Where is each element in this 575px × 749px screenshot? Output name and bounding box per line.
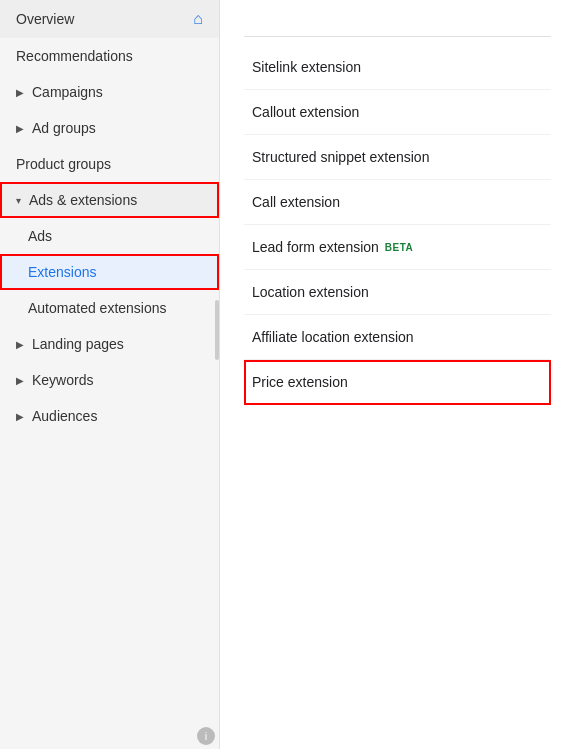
sidebar-item-extensions[interactable]: Extensions (0, 254, 219, 290)
extension-label: Lead form extension (252, 239, 379, 255)
sidebar-item-label: Ads (28, 228, 52, 244)
sidebar-item-recommendations[interactable]: Recommendations (0, 38, 219, 74)
sidebar-item-ad-groups[interactable]: ▶Ad groups (0, 110, 219, 146)
scroll-indicator (215, 300, 219, 360)
chevron-icon: ▶ (16, 375, 24, 386)
sidebar-item-automated-extensions[interactable]: Automated extensions (0, 290, 219, 326)
extension-label: Structured snippet extension (252, 149, 429, 165)
chevron-icon: ▾ (16, 195, 21, 206)
extension-item-structured-snippet[interactable]: Structured snippet extension (244, 135, 551, 180)
extension-item-lead-form[interactable]: Lead form extensionBETA (244, 225, 551, 270)
chevron-icon: ▶ (16, 123, 24, 134)
extension-label: Call extension (252, 194, 340, 210)
sidebar-item-label: Ads & extensions (29, 192, 203, 208)
sidebar-item-overview[interactable]: Overview⌂ (0, 0, 219, 38)
sidebar-item-campaigns[interactable]: ▶Campaigns (0, 74, 219, 110)
beta-badge: BETA (385, 242, 413, 253)
extension-item-callout[interactable]: Callout extension (244, 90, 551, 135)
sidebar-item-label: Campaigns (32, 84, 203, 100)
sidebar-item-ads[interactable]: Ads (0, 218, 219, 254)
divider (244, 36, 551, 37)
sidebar-item-label: Landing pages (32, 336, 203, 352)
extension-item-call[interactable]: Call extension (244, 180, 551, 225)
home-icon: ⌂ (193, 10, 203, 28)
sidebar-item-label: Recommendations (16, 48, 203, 64)
extension-label: Price extension (252, 374, 348, 390)
chevron-icon: ▶ (16, 411, 24, 422)
info-icon[interactable]: i (197, 727, 215, 745)
extension-label: Callout extension (252, 104, 359, 120)
sidebar-item-label: Ad groups (32, 120, 203, 136)
sidebar: Overview⌂Recommendations▶Campaigns▶Ad gr… (0, 0, 220, 749)
sidebar-item-label: Product groups (16, 156, 203, 172)
extension-item-affiliate-location[interactable]: Affiliate location extension (244, 315, 551, 360)
sidebar-item-product-groups[interactable]: Product groups (0, 146, 219, 182)
sidebar-item-label: Overview (16, 11, 193, 27)
sidebar-item-ads-extensions[interactable]: ▾Ads & extensions (0, 182, 219, 218)
extension-label: Location extension (252, 284, 369, 300)
sidebar-item-label: Audiences (32, 408, 203, 424)
chevron-icon: ▶ (16, 339, 24, 350)
chevron-icon: ▶ (16, 87, 24, 98)
sidebar-item-label: Automated extensions (28, 300, 167, 316)
extension-item-price[interactable]: Price extension (244, 360, 551, 405)
extension-item-location[interactable]: Location extension (244, 270, 551, 315)
sidebar-item-label: Extensions (28, 264, 96, 280)
sidebar-item-audiences[interactable]: ▶Audiences (0, 398, 219, 434)
extension-list: Sitelink extensionCallout extensionStruc… (244, 45, 551, 405)
extension-label: Affiliate location extension (252, 329, 414, 345)
sidebar-item-landing-pages[interactable]: ▶Landing pages (0, 326, 219, 362)
extension-item-sitelink[interactable]: Sitelink extension (244, 45, 551, 90)
sidebar-item-label: Keywords (32, 372, 203, 388)
main-content: Sitelink extensionCallout extensionStruc… (220, 0, 575, 749)
extension-label: Sitelink extension (252, 59, 361, 75)
sidebar-item-keywords[interactable]: ▶Keywords (0, 362, 219, 398)
